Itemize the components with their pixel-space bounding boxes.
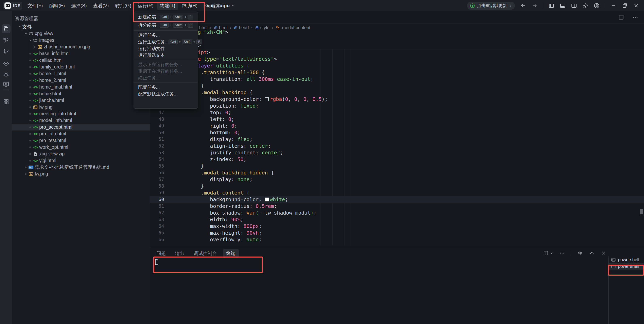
tree-item-home_final.html[interactable]: <>home_final.html xyxy=(12,84,150,90)
code-line-60[interactable]: 60 background-color: white; xyxy=(150,196,644,203)
tree-item-pro_accept.html[interactable]: <>pro_accept.html xyxy=(12,124,150,130)
tree-item-home.html[interactable]: <>home.html xyxy=(12,90,150,97)
tree-item-cailiao.html[interactable]: <>cailiao.html xyxy=(12,57,150,64)
more-actions-icon[interactable] xyxy=(559,250,565,256)
menu-item-运行任务...[interactable]: 运行任务... xyxy=(134,32,198,39)
restore-button[interactable] xyxy=(622,3,628,9)
menubar-item-0[interactable]: 文件(F) xyxy=(25,2,46,10)
tree-item-jiancha.html[interactable]: <>jiancha.html xyxy=(12,97,150,104)
code-line-48[interactable]: 48 left: 0; xyxy=(150,116,644,123)
app-logo[interactable]: IDE xyxy=(3,2,22,10)
code-line-64[interactable]: 64 max-width: 800px; xyxy=(150,223,644,230)
nav-back-icon[interactable] xyxy=(520,3,526,9)
code-line-57[interactable]: 57 display: none; xyxy=(150,176,644,183)
code-line-45[interactable]: 45 background-color: rgba(0, 0, 0, 0.5); xyxy=(150,96,644,102)
tree-item-images[interactable]: images xyxy=(12,37,150,44)
terminal-viewport[interactable] xyxy=(150,256,608,324)
menubar-item-1[interactable]: 编辑(E) xyxy=(46,2,68,10)
menubar-item-5[interactable]: 运行(R) xyxy=(135,2,156,10)
toggle-right-sidebar-icon[interactable] xyxy=(571,3,577,9)
code-line-50[interactable]: 50 bottom: 0; xyxy=(150,129,644,136)
tree-item-lw.png[interactable]: lw.png xyxy=(12,171,150,177)
code-line-39[interactable]: 39 <style type="text/tailwindcss"> xyxy=(150,56,644,62)
code-line-44[interactable]: 44 .modal-backdrop { xyxy=(150,89,644,96)
tree-item-work_opt.html[interactable]: <>work_opt.html xyxy=(12,144,150,150)
code-line-43[interactable]: 43 } xyxy=(150,82,644,89)
activity-eye-preview-icon[interactable] xyxy=(2,59,10,68)
menubar-item-2[interactable]: 选择(S) xyxy=(68,2,90,10)
menu-item-运行所选文本[interactable]: 运行所选文本 xyxy=(134,52,198,59)
code-line-65[interactable]: 65 max-height: 90vh; xyxy=(150,230,644,236)
code-line-54[interactable]: 54 z-index: 50; xyxy=(150,156,644,163)
toggle-bottom-panel-icon[interactable] xyxy=(560,3,566,9)
activity-search-icon[interactable] xyxy=(2,36,10,45)
tree-item-family_order.html[interactable]: <>family_order.html xyxy=(12,64,150,70)
code-line-59[interactable]: 59 .modal-content { xyxy=(150,190,644,196)
code-line-53[interactable]: 53 justify-content: center; xyxy=(150,149,644,156)
menu-item-拆分终端[interactable]: 拆分终端Ctrl+Shift+5 xyxy=(134,21,198,29)
account-icon[interactable] xyxy=(594,3,600,9)
tree-item-xpg-view[interactable]: xpg-view xyxy=(12,30,150,37)
code-line-63[interactable]: 63 width: 90%; xyxy=(150,216,644,223)
nav-forward-icon[interactable] xyxy=(532,3,538,9)
tree-item-lw.png[interactable]: lw.png xyxy=(12,104,150,110)
activity-apps-grid-icon[interactable] xyxy=(2,97,10,106)
gear-icon[interactable] xyxy=(582,3,588,9)
tree-item-pro_test.html[interactable]: <>pro_test.html xyxy=(12,137,150,144)
code-line-56[interactable]: 56 .modal-backdrop.hidden { xyxy=(150,170,644,176)
tree-item-base_info.html[interactable]: <>base_info.html xyxy=(12,50,150,57)
tree-item-home_1.html[interactable]: <>home_1.html xyxy=(12,70,150,77)
code-line-46[interactable]: 46 position: fixed; xyxy=(150,102,644,109)
menu-item-配置任务...[interactable]: 配置任务... xyxy=(134,84,198,91)
code-content[interactable]: <html lang="zh-CN"> <head>38 </script>39… xyxy=(150,29,644,243)
tree-section-文件[interactable]: 文件 xyxy=(12,24,150,30)
menubar-item-4[interactable]: 转到(G) xyxy=(112,2,134,10)
menubar-item-7[interactable]: 帮助(H) xyxy=(179,2,200,10)
menu-item-运行活动文件[interactable]: 运行活动文件 xyxy=(134,45,198,52)
global-search[interactable]: 搜索 xyxy=(205,0,220,11)
toggle-panel-icon[interactable] xyxy=(618,14,624,20)
color-swatch[interactable] xyxy=(265,97,269,101)
minimize-button[interactable] xyxy=(610,3,616,9)
menubar-item-6[interactable]: 终端(T) xyxy=(157,2,178,10)
terminal-session-1[interactable]: powershell xyxy=(608,256,644,263)
menubar-item-3[interactable]: 查看(V) xyxy=(90,2,112,10)
sticky-line[interactable]: <head> xyxy=(150,42,644,49)
code-line-62[interactable]: 62 box-shadow: var(--tw-shadow-modal); xyxy=(150,210,644,216)
toggle-left-sidebar-icon[interactable] xyxy=(548,3,554,9)
code-line-66[interactable]: 66 overflow-y: auto; xyxy=(150,236,644,243)
tree-item-home_2.html[interactable]: <>home_2.html xyxy=(12,77,150,84)
restart-to-update-button[interactable]: 点击重启以更新 xyxy=(467,2,515,10)
tree-item-meeting_info.html[interactable]: <>meeting_info.html xyxy=(12,110,150,117)
menu-item-新建终端[interactable]: 新建终端Ctrl+Shift+` xyxy=(134,13,198,21)
activity-files-icon[interactable] xyxy=(2,24,10,33)
tree-item-yjgl.html[interactable]: <>yjgl.html xyxy=(12,157,150,164)
maximize-panel-icon[interactable] xyxy=(589,250,595,256)
close-panel-icon[interactable] xyxy=(601,250,606,256)
tree-item-pro_info.html[interactable]: <>pro_info.html xyxy=(12,130,150,137)
code-line-55[interactable]: 55 } xyxy=(150,163,644,170)
code-line-61[interactable]: 61 border-radius: 0.5rem; xyxy=(150,203,644,210)
code-line-49[interactable]: 49 right: 0; xyxy=(150,123,644,129)
tree-item-zhushi_niuroumian.jpg[interactable]: zhushi_niuroumian.jpg xyxy=(12,44,150,50)
code-line-42[interactable]: 42 transition: all 300ms ease-in-out; xyxy=(150,76,644,82)
tree-item-xpg-view.zip[interactable]: xpg-view.zip xyxy=(12,150,150,157)
code-line-47[interactable]: 47 top: 0; xyxy=(150,109,644,116)
code-line-58[interactable]: 58 } xyxy=(150,183,644,190)
activity-source-control-icon[interactable] xyxy=(2,47,10,56)
activity-debug-bug-icon[interactable] xyxy=(2,70,10,79)
terminal-session-2[interactable]: powershell xyxy=(608,263,644,270)
menu-item-运行生成任务...[interactable]: 运行生成任务...Ctrl+Shift+B xyxy=(134,39,198,45)
more-actions-icon[interactable] xyxy=(632,14,638,20)
menu-item-配置默认生成任务...[interactable]: 配置默认生成任务... xyxy=(134,91,198,97)
split-terminal-button[interactable] xyxy=(543,250,553,256)
tree-item-需求文档-地铁新线开通管理系统.md[interactable]: M↓需求文档-地铁新线开通管理系统.md xyxy=(12,164,150,171)
code-line-40[interactable]: 40 @layer utilities { xyxy=(150,62,644,69)
sticky-line[interactable]: <html lang="zh-CN"> xyxy=(150,29,644,36)
filter-sliders-icon[interactable] xyxy=(577,250,583,256)
activity-code-screen-icon[interactable] xyxy=(2,80,10,89)
tree-item-model_info.html[interactable]: <>model_info.html xyxy=(12,117,150,124)
color-swatch[interactable] xyxy=(265,198,269,201)
code-line-51[interactable]: 51 display: flex; xyxy=(150,136,644,143)
close-button[interactable] xyxy=(633,3,639,9)
